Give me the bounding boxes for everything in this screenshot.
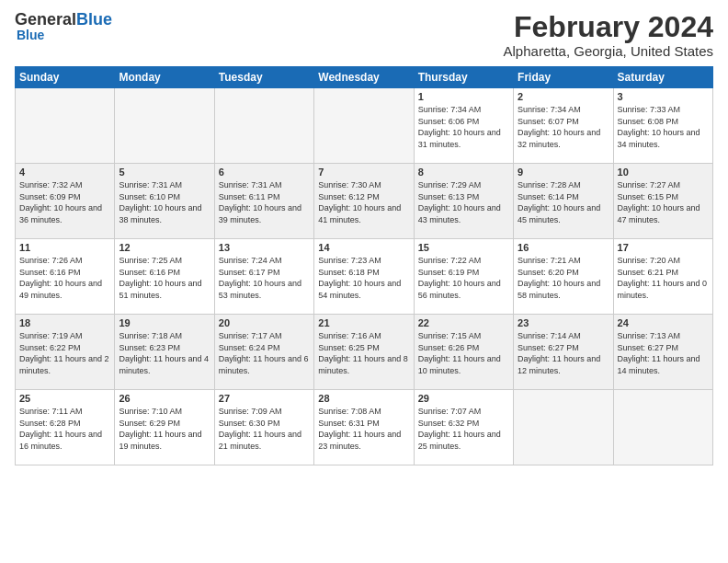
day-number: 22 [418, 317, 509, 328]
day-number: 28 [318, 393, 409, 404]
calendar-page: GeneralBlue Blue February 2024 Alpharett… [0, 0, 728, 563]
table-row: 12Sunrise: 7:25 AMSunset: 6:16 PMDayligh… [115, 239, 214, 315]
table-row: 10Sunrise: 7:27 AMSunset: 6:15 PMDayligh… [613, 164, 712, 239]
table-row: 26Sunrise: 7:10 AMSunset: 6:29 PMDayligh… [115, 390, 214, 465]
table-row: 9Sunrise: 7:28 AMSunset: 6:14 PMDaylight… [514, 164, 613, 239]
table-row: 19Sunrise: 7:18 AMSunset: 6:23 PMDayligh… [115, 315, 214, 390]
logo-blue: Blue [76, 10, 112, 29]
day-number: 9 [518, 167, 609, 178]
calendar-table: Sunday Monday Tuesday Wednesday Thursday… [15, 66, 713, 465]
day-info: Sunrise: 7:10 AMSunset: 6:29 PMDaylight:… [119, 406, 210, 452]
table-row: 11Sunrise: 7:26 AMSunset: 6:16 PMDayligh… [16, 239, 115, 315]
table-row: 18Sunrise: 7:19 AMSunset: 6:22 PMDayligh… [16, 315, 115, 390]
header-tuesday: Tuesday [214, 67, 313, 88]
logo: GeneralBlue Blue [15, 11, 112, 42]
day-info: Sunrise: 7:24 AMSunset: 6:17 PMDaylight:… [219, 255, 310, 301]
table-row: 15Sunrise: 7:22 AMSunset: 6:19 PMDayligh… [414, 239, 513, 315]
day-info: Sunrise: 7:22 AMSunset: 6:19 PMDaylight:… [418, 255, 509, 301]
day-number: 13 [219, 242, 310, 253]
day-number: 15 [418, 242, 509, 253]
page-subtitle: Alpharetta, Georgia, United States [504, 43, 713, 59]
day-number: 6 [219, 167, 310, 178]
table-row: 7Sunrise: 7:30 AMSunset: 6:12 PMDaylight… [314, 164, 414, 239]
day-number: 12 [119, 242, 210, 253]
day-number: 8 [418, 167, 509, 178]
title-block: February 2024 Alpharetta, Georgia, Unite… [504, 11, 713, 59]
day-number: 18 [19, 317, 110, 328]
table-row [514, 390, 613, 465]
table-row: 23Sunrise: 7:14 AMSunset: 6:27 PMDayligh… [514, 315, 613, 390]
table-row: 24Sunrise: 7:13 AMSunset: 6:27 PMDayligh… [613, 315, 712, 390]
table-row [16, 88, 115, 164]
day-info: Sunrise: 7:13 AMSunset: 6:27 PMDaylight:… [618, 330, 709, 376]
day-number: 20 [219, 317, 310, 328]
table-row: 22Sunrise: 7:15 AMSunset: 6:26 PMDayligh… [414, 315, 513, 390]
day-number: 19 [119, 317, 210, 328]
table-row: 14Sunrise: 7:23 AMSunset: 6:18 PMDayligh… [314, 239, 414, 315]
table-row: 21Sunrise: 7:16 AMSunset: 6:25 PMDayligh… [314, 315, 414, 390]
table-row: 20Sunrise: 7:17 AMSunset: 6:24 PMDayligh… [214, 315, 313, 390]
day-info: Sunrise: 7:08 AMSunset: 6:31 PMDaylight:… [318, 406, 409, 452]
header-friday: Friday [514, 67, 613, 88]
table-row: 27Sunrise: 7:09 AMSunset: 6:30 PMDayligh… [214, 390, 313, 465]
day-number: 25 [19, 393, 110, 404]
day-info: Sunrise: 7:17 AMSunset: 6:24 PMDaylight:… [219, 330, 310, 376]
day-info: Sunrise: 7:25 AMSunset: 6:16 PMDaylight:… [119, 255, 210, 301]
day-info: Sunrise: 7:33 AMSunset: 6:08 PMDaylight:… [618, 104, 709, 150]
calendar-header-row: Sunday Monday Tuesday Wednesday Thursday… [16, 67, 713, 88]
table-row: 4Sunrise: 7:32 AMSunset: 6:09 PMDaylight… [16, 164, 115, 239]
table-row [115, 88, 214, 164]
day-info: Sunrise: 7:20 AMSunset: 6:21 PMDaylight:… [618, 255, 709, 301]
logo-blue-text: Blue [17, 28, 44, 42]
day-number: 14 [318, 242, 409, 253]
day-info: Sunrise: 7:34 AMSunset: 6:06 PMDaylight:… [418, 104, 509, 150]
table-row [214, 88, 313, 164]
table-row: 6Sunrise: 7:31 AMSunset: 6:11 PMDaylight… [214, 164, 313, 239]
day-info: Sunrise: 7:27 AMSunset: 6:15 PMDaylight:… [618, 179, 709, 225]
calendar-week-row: 25Sunrise: 7:11 AMSunset: 6:28 PMDayligh… [16, 390, 713, 465]
page-title: February 2024 [504, 11, 713, 43]
day-number: 24 [618, 317, 709, 328]
table-row: 1Sunrise: 7:34 AMSunset: 6:06 PMDaylight… [414, 88, 513, 164]
day-info: Sunrise: 7:30 AMSunset: 6:12 PMDaylight:… [318, 179, 409, 225]
day-number: 27 [219, 393, 310, 404]
header-thursday: Thursday [414, 67, 513, 88]
day-number: 7 [318, 167, 409, 178]
logo-general: General [15, 10, 76, 29]
day-number: 4 [19, 167, 110, 178]
day-info: Sunrise: 7:16 AMSunset: 6:25 PMDaylight:… [318, 330, 409, 376]
day-number: 29 [418, 393, 509, 404]
day-info: Sunrise: 7:26 AMSunset: 6:16 PMDaylight:… [19, 255, 110, 301]
day-info: Sunrise: 7:31 AMSunset: 6:10 PMDaylight:… [119, 179, 210, 225]
day-info: Sunrise: 7:19 AMSunset: 6:22 PMDaylight:… [19, 330, 110, 376]
calendar-week-row: 18Sunrise: 7:19 AMSunset: 6:22 PMDayligh… [16, 315, 713, 390]
day-number: 2 [518, 91, 609, 102]
day-number: 10 [618, 167, 709, 178]
table-row: 3Sunrise: 7:33 AMSunset: 6:08 PMDaylight… [613, 88, 712, 164]
day-number: 17 [618, 242, 709, 253]
header-monday: Monday [115, 67, 214, 88]
table-row: 16Sunrise: 7:21 AMSunset: 6:20 PMDayligh… [514, 239, 613, 315]
day-info: Sunrise: 7:34 AMSunset: 6:07 PMDaylight:… [518, 104, 609, 150]
day-info: Sunrise: 7:14 AMSunset: 6:27 PMDaylight:… [518, 330, 609, 376]
table-row: 25Sunrise: 7:11 AMSunset: 6:28 PMDayligh… [16, 390, 115, 465]
day-info: Sunrise: 7:32 AMSunset: 6:09 PMDaylight:… [19, 179, 110, 225]
day-number: 16 [518, 242, 609, 253]
header-saturday: Saturday [613, 67, 712, 88]
table-row: 2Sunrise: 7:34 AMSunset: 6:07 PMDaylight… [514, 88, 613, 164]
day-number: 21 [318, 317, 409, 328]
day-info: Sunrise: 7:07 AMSunset: 6:32 PMDaylight:… [418, 406, 509, 452]
table-row: 28Sunrise: 7:08 AMSunset: 6:31 PMDayligh… [314, 390, 414, 465]
day-info: Sunrise: 7:28 AMSunset: 6:14 PMDaylight:… [518, 179, 609, 225]
table-row: 13Sunrise: 7:24 AMSunset: 6:17 PMDayligh… [214, 239, 313, 315]
day-info: Sunrise: 7:21 AMSunset: 6:20 PMDaylight:… [518, 255, 609, 301]
day-number: 5 [119, 167, 210, 178]
calendar-week-row: 11Sunrise: 7:26 AMSunset: 6:16 PMDayligh… [16, 239, 713, 315]
day-number: 11 [19, 242, 110, 253]
table-row: 8Sunrise: 7:29 AMSunset: 6:13 PMDaylight… [414, 164, 513, 239]
day-number: 1 [418, 91, 509, 102]
header-wednesday: Wednesday [314, 67, 414, 88]
table-row: 5Sunrise: 7:31 AMSunset: 6:10 PMDaylight… [115, 164, 214, 239]
table-row [613, 390, 712, 465]
day-info: Sunrise: 7:23 AMSunset: 6:18 PMDaylight:… [318, 255, 409, 301]
